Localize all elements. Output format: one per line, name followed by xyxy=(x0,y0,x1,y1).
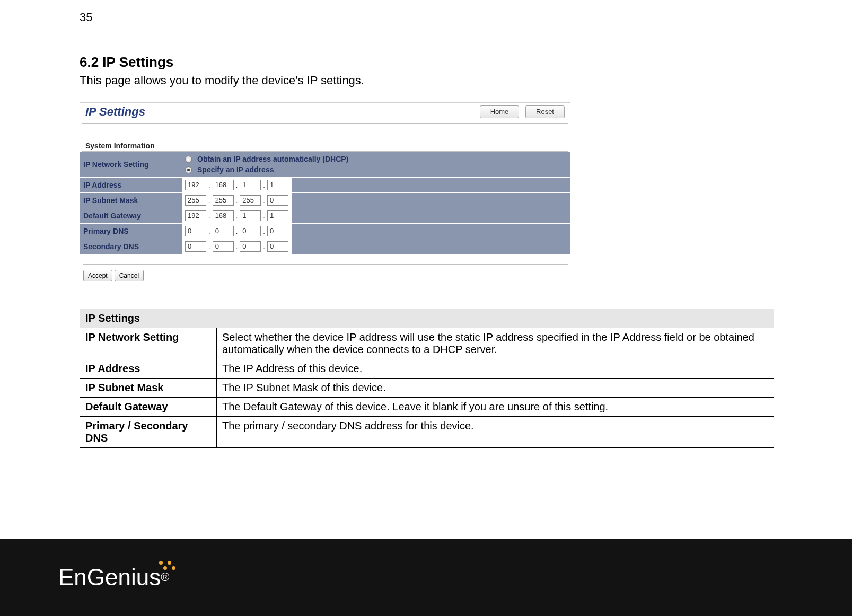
subnet-octet-1[interactable]: 255 xyxy=(185,195,206,206)
radio-static-label: Specify an IP address xyxy=(197,165,274,174)
page-number: 35 xyxy=(80,11,772,24)
table-row: IP Network SettingSelect whether the dev… xyxy=(80,328,774,359)
secondary-dns-label: Secondary DNS xyxy=(80,239,182,254)
intro-text: This page allows you to modify the devic… xyxy=(80,74,772,87)
pdns-octet-1[interactable]: 0 xyxy=(185,226,206,236)
sdns-octet-1[interactable]: 0 xyxy=(185,241,206,252)
pdns-octet-2[interactable]: 0 xyxy=(213,226,234,236)
sdns-octet-3[interactable]: 0 xyxy=(240,241,261,252)
home-button[interactable]: Home xyxy=(480,105,519,118)
engenius-logo: EnGenius® xyxy=(58,564,169,591)
footer: EnGenius® xyxy=(0,539,852,616)
ip-address-octet-1[interactable]: 192 xyxy=(185,180,206,190)
table-row: Primary / Secondary DNSThe primary / sec… xyxy=(80,417,774,448)
subnet-octet-2[interactable]: 255 xyxy=(213,195,234,206)
gateway-octet-3[interactable]: 1 xyxy=(240,210,261,221)
panel-title: IP Settings xyxy=(82,105,145,119)
desc-table-header: IP Settings xyxy=(80,309,774,328)
accept-button[interactable]: Accept xyxy=(83,270,112,281)
pdns-octet-4[interactable]: 0 xyxy=(267,226,288,236)
ip-address-octet-3[interactable]: 1 xyxy=(240,180,261,190)
table-row: IP AddressThe IP Address of this device. xyxy=(80,359,774,379)
radio-static[interactable] xyxy=(185,166,192,173)
cancel-button[interactable]: Cancel xyxy=(115,270,144,281)
sdns-octet-4[interactable]: 0 xyxy=(267,241,288,252)
primary-dns-label: Primary DNS xyxy=(80,224,182,239)
description-table: IP Settings IP Network SettingSelect whe… xyxy=(80,309,774,448)
subnet-octet-4[interactable]: 0 xyxy=(267,195,288,206)
logo-signal-icon xyxy=(159,561,163,565)
gateway-octet-2[interactable]: 168 xyxy=(213,210,234,221)
ip-network-setting-label: IP Network Setting xyxy=(80,152,182,178)
ip-address-label: IP Address xyxy=(80,178,182,193)
subnet-mask-label: IP Subnet Mask xyxy=(80,193,182,208)
ip-settings-panel: IP Settings Home Reset System Informatio… xyxy=(80,102,570,287)
default-gateway-label: Default Gateway xyxy=(80,208,182,224)
table-row: IP Subnet MaskThe IP Subnet Mask of this… xyxy=(80,379,774,398)
gateway-octet-4[interactable]: 1 xyxy=(267,210,288,221)
pdns-octet-3[interactable]: 0 xyxy=(240,226,261,236)
gateway-octet-1[interactable]: 192 xyxy=(185,210,206,221)
radio-dhcp-label: Obtain an IP address automatically (DHCP… xyxy=(197,155,348,163)
registered-icon: ® xyxy=(161,570,169,584)
system-information-label: System Information xyxy=(82,124,568,152)
ip-address-octet-2[interactable]: 168 xyxy=(213,180,234,190)
ip-address-octet-4[interactable]: 1 xyxy=(267,180,288,190)
reset-button[interactable]: Reset xyxy=(525,105,565,118)
logo-text: EnGenius xyxy=(58,564,161,591)
table-row: Default GatewayThe Default Gateway of th… xyxy=(80,398,774,417)
sdns-octet-2[interactable]: 0 xyxy=(213,241,234,252)
subnet-octet-3[interactable]: 255 xyxy=(240,195,261,206)
radio-dhcp[interactable] xyxy=(185,156,192,163)
section-heading: 6.2 IP Settings xyxy=(80,54,772,71)
